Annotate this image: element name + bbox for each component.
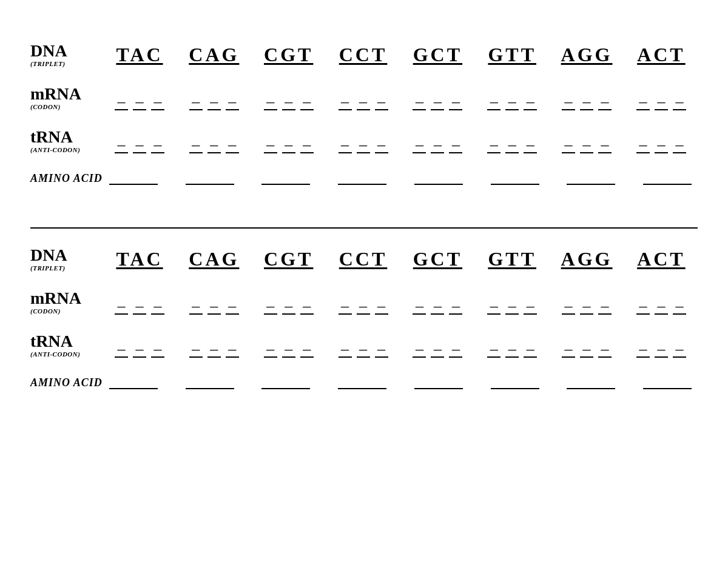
mrna-blank-char[interactable]: _	[189, 290, 203, 314]
mrna-blank-char[interactable]: _	[413, 85, 426, 110]
trna-blank-char[interactable]: _	[562, 333, 575, 357]
amino-blank-3[interactable]	[261, 376, 310, 389]
mrna-blank-char[interactable]: _	[226, 85, 239, 110]
amino-blank-2[interactable]	[186, 376, 234, 389]
trna-blank-char[interactable]: _	[115, 129, 128, 153]
trna-blank-char[interactable]: _	[449, 129, 462, 153]
mrna-blank-char[interactable]: _	[431, 85, 444, 110]
mrna-blank-char[interactable]: _	[655, 85, 668, 110]
trna-blank-char[interactable]: _	[505, 333, 519, 357]
amino-blank-6[interactable]	[491, 172, 539, 185]
mrna-blank-char[interactable]: _	[449, 290, 462, 314]
trna-blank-char[interactable]: _	[375, 129, 388, 153]
mrna-blank-char[interactable]: _	[413, 290, 426, 314]
trna-blank-char[interactable]: _	[673, 129, 686, 153]
trna-blank-char[interactable]: _	[413, 129, 426, 153]
mrna-blank-char[interactable]: _	[282, 85, 295, 110]
trna-blank-char[interactable]: _	[375, 333, 388, 357]
trna-blank-char[interactable]: _	[151, 333, 164, 357]
trna-blank-char[interactable]: _	[339, 129, 352, 153]
amino-blank-8[interactable]	[643, 376, 692, 389]
trna-blank-char[interactable]: _	[133, 129, 146, 153]
trna-blank-char[interactable]: _	[189, 129, 203, 153]
amino-blank-5[interactable]	[414, 376, 463, 389]
trna-blank-char[interactable]: _	[300, 129, 314, 153]
amino-blank-2[interactable]	[186, 172, 234, 185]
mrna-blank-char[interactable]: _	[655, 290, 668, 314]
trna-blank-char[interactable]: _	[300, 333, 314, 357]
trna-blank-char[interactable]: _	[357, 129, 370, 153]
trna-blank-char[interactable]: _	[226, 129, 239, 153]
mrna-blank-char[interactable]: _	[562, 85, 575, 110]
amino-blank-7[interactable]	[567, 376, 615, 389]
mrna-blank-char[interactable]: _	[375, 85, 388, 110]
mrna-blank-char[interactable]: _	[505, 290, 519, 314]
mrna-blank-char[interactable]: _	[636, 290, 650, 314]
mrna-blank-char[interactable]: _	[505, 85, 519, 110]
amino-blank-1[interactable]	[109, 376, 158, 389]
trna-blank-char[interactable]: _	[580, 129, 593, 153]
mrna-blank-char[interactable]: _	[264, 290, 277, 314]
mrna-blank-char[interactable]: _	[300, 290, 314, 314]
mrna-blank-char[interactable]: _	[189, 85, 203, 110]
trna-blank-char[interactable]: _	[431, 129, 444, 153]
amino-blank-4[interactable]	[338, 376, 386, 389]
amino-blank-7[interactable]	[567, 172, 615, 185]
trna-blank-char[interactable]: _	[189, 333, 203, 357]
mrna-blank-char[interactable]: _	[207, 85, 221, 110]
trna-blank-char[interactable]: _	[505, 129, 519, 153]
trna-blank-char[interactable]: _	[636, 333, 650, 357]
mrna-blank-char[interactable]: _	[133, 290, 146, 314]
mrna-blank-char[interactable]: _	[282, 290, 295, 314]
mrna-blank-char[interactable]: _	[598, 85, 612, 110]
trna-blank-char[interactable]: _	[357, 333, 370, 357]
trna-blank-char[interactable]: _	[133, 333, 146, 357]
trna-blank-char[interactable]: _	[636, 129, 650, 153]
mrna-blank-char[interactable]: _	[115, 290, 128, 314]
trna-blank-char[interactable]: _	[562, 129, 575, 153]
mrna-blank-char[interactable]: _	[207, 290, 221, 314]
trna-blank-char[interactable]: _	[598, 129, 612, 153]
trna-blank-char[interactable]: _	[487, 333, 500, 357]
mrna-blank-char[interactable]: _	[339, 85, 352, 110]
mrna-blank-char[interactable]: _	[151, 85, 164, 110]
trna-blank-char[interactable]: _	[264, 333, 277, 357]
mrna-blank-char[interactable]: _	[598, 290, 612, 314]
trna-blank-char[interactable]: _	[580, 333, 593, 357]
mrna-blank-char[interactable]: _	[524, 290, 537, 314]
mrna-blank-char[interactable]: _	[226, 290, 239, 314]
amino-blank-8[interactable]	[643, 172, 692, 185]
mrna-blank-char[interactable]: _	[673, 85, 686, 110]
trna-blank-char[interactable]: _	[207, 333, 221, 357]
amino-blank-5[interactable]	[414, 172, 463, 185]
mrna-blank-char[interactable]: _	[487, 290, 500, 314]
trna-blank-char[interactable]: _	[264, 129, 277, 153]
trna-blank-char[interactable]: _	[151, 129, 164, 153]
trna-blank-char[interactable]: _	[115, 333, 128, 357]
mrna-blank-char[interactable]: _	[673, 290, 686, 314]
trna-blank-char[interactable]: _	[487, 129, 500, 153]
trna-blank-char[interactable]: _	[655, 333, 668, 357]
mrna-blank-char[interactable]: _	[133, 85, 146, 110]
trna-blank-char[interactable]: _	[524, 333, 537, 357]
mrna-blank-char[interactable]: _	[580, 85, 593, 110]
trna-blank-char[interactable]: _	[598, 333, 612, 357]
amino-blank-6[interactable]	[491, 376, 539, 389]
mrna-blank-char[interactable]: _	[300, 85, 314, 110]
mrna-blank-char[interactable]: _	[357, 85, 370, 110]
mrna-blank-char[interactable]: _	[524, 85, 537, 110]
trna-blank-char[interactable]: _	[413, 333, 426, 357]
mrna-blank-char[interactable]: _	[580, 290, 593, 314]
mrna-blank-char[interactable]: _	[636, 85, 650, 110]
mrna-blank-char[interactable]: _	[487, 85, 500, 110]
mrna-blank-char[interactable]: _	[151, 290, 164, 314]
mrna-blank-char[interactable]: _	[562, 290, 575, 314]
mrna-blank-char[interactable]: _	[431, 290, 444, 314]
mrna-blank-char[interactable]: _	[339, 290, 352, 314]
mrna-blank-char[interactable]: _	[357, 290, 370, 314]
trna-blank-char[interactable]: _	[282, 333, 295, 357]
amino-blank-3[interactable]	[261, 172, 310, 185]
amino-blank-4[interactable]	[338, 172, 386, 185]
amino-blank-1[interactable]	[109, 172, 158, 185]
mrna-blank-char[interactable]: _	[264, 85, 277, 110]
